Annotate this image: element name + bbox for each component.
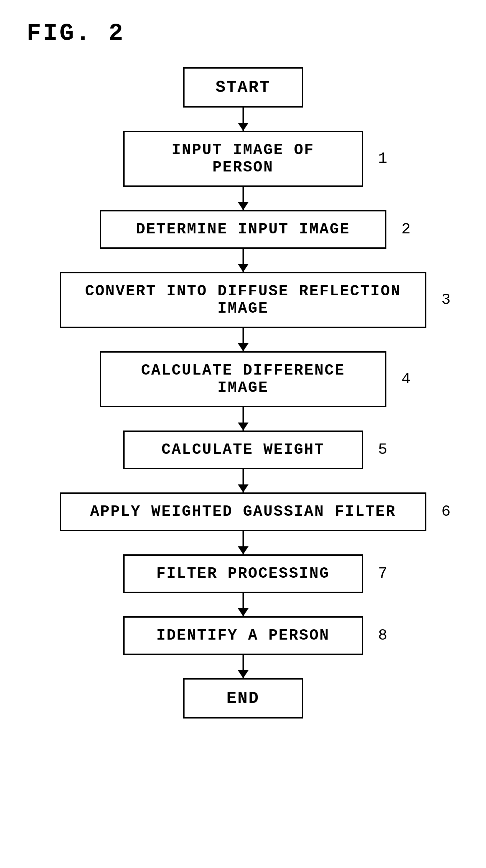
flow-item-6: APPLY WEIGHTED GAUSSIAN FILTER 6 (27, 492, 459, 531)
flow-item-7: FILTER PROCESSING 7 (27, 554, 459, 593)
flow-item-start: START (27, 67, 459, 107)
flow-item-end: END (27, 678, 459, 718)
box-start: START (183, 67, 303, 107)
flow-item-8: IDENTIFY A PERSON 8 (27, 616, 459, 655)
box-step2: DETERMINE INPUT IMAGE 2 (100, 210, 386, 249)
box-step5: CALCULATE WEIGHT 5 (123, 431, 363, 469)
step-number-2: 2 (401, 221, 412, 238)
arrow-1 (243, 187, 244, 210)
arrow-0 (243, 107, 244, 131)
box-step1: INPUT IMAGE OF PERSON 1 (123, 131, 363, 187)
box-step7: FILTER PROCESSING 7 (123, 554, 363, 593)
flow-item-4: CALCULATE DIFFERENCE IMAGE 4 (27, 351, 459, 407)
figure-title: FIG. 2 (27, 20, 459, 47)
step-number-4: 4 (401, 371, 412, 388)
arrow-3 (243, 328, 244, 351)
flow-item-5: CALCULATE WEIGHT 5 (27, 431, 459, 469)
arrow-8 (243, 655, 244, 678)
arrow-4 (243, 407, 244, 431)
step-number-8: 8 (378, 627, 388, 644)
box-step8: IDENTIFY A PERSON 8 (123, 616, 363, 655)
step-number-5: 5 (378, 441, 388, 459)
step-number-6: 6 (442, 503, 452, 520)
arrow-2 (243, 249, 244, 272)
box-step6: APPLY WEIGHTED GAUSSIAN FILTER 6 (60, 492, 426, 531)
arrow-7 (243, 593, 244, 616)
box-step3: CONVERT INTO DIFFUSE REFLECTION IMAGE 3 (60, 272, 426, 328)
flow-item-2: DETERMINE INPUT IMAGE 2 (27, 210, 459, 249)
flow-item-1: INPUT IMAGE OF PERSON 1 (27, 131, 459, 187)
flowchart: START INPUT IMAGE OF PERSON 1 DETERMINE … (27, 67, 459, 718)
box-end: END (183, 678, 303, 718)
box-step4: CALCULATE DIFFERENCE IMAGE 4 (100, 351, 386, 407)
step-number-3: 3 (442, 291, 452, 309)
flow-item-3: CONVERT INTO DIFFUSE REFLECTION IMAGE 3 (27, 272, 459, 328)
arrow-6 (243, 531, 244, 554)
step-number-1: 1 (378, 150, 388, 167)
step-number-7: 7 (378, 565, 388, 582)
arrow-5 (243, 469, 244, 492)
